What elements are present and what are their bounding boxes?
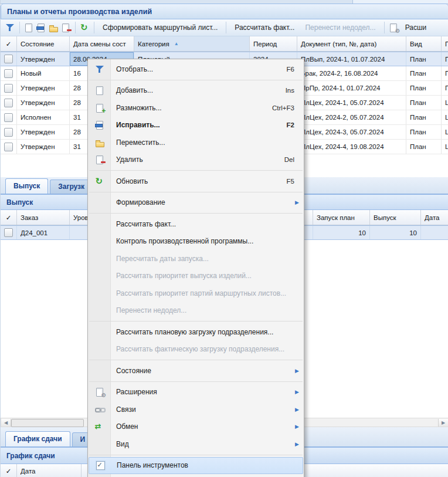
menu-item[interactable]: Добавить... Ins ▶ bbox=[88, 82, 304, 100]
calc-fact-button[interactable]: Рассчитать факт... bbox=[229, 23, 300, 32]
menu-item[interactable]: Формирование ▶ bbox=[88, 194, 304, 212]
row-check-cell[interactable] bbox=[1, 52, 17, 66]
cell-document[interactable]: ПлВып, 2024-1, 01.07.2024 bbox=[297, 52, 406, 66]
add-icon[interactable] bbox=[24, 23, 34, 32]
menu-item[interactable]: Рассчитать приоритет партий маршрутных л… bbox=[88, 285, 304, 302]
menu-item[interactable]: Расширения ▶ bbox=[88, 384, 304, 401]
extensions-icon[interactable] bbox=[389, 23, 399, 32]
menu-item[interactable]: Контроль производственной программы... ▶ bbox=[88, 233, 304, 251]
row-check-cell[interactable] bbox=[1, 140, 17, 154]
menu-item[interactable]: Перенести недодел... ▶ bbox=[88, 302, 304, 320]
move-backlog-button[interactable]: Перенести недодел... bbox=[300, 23, 381, 32]
menu-item[interactable]: Вид ▶ bbox=[88, 435, 304, 453]
cell-state[interactable]: Утвержден bbox=[17, 140, 70, 154]
header-date[interactable]: Дата bbox=[17, 464, 82, 477]
menu-item[interactable]: ▶ bbox=[88, 358, 304, 362]
menu-item[interactable]: Удалить Del ▶ bbox=[88, 151, 304, 169]
menu-item[interactable]: Обмен ▶ bbox=[88, 418, 304, 436]
cell-document[interactable]: Брак, 2024-2, 16.08.2024 bbox=[297, 66, 406, 80]
menu-item[interactable]: ▶ bbox=[88, 211, 304, 215]
row-check-cell[interactable] bbox=[1, 110, 17, 124]
header-state[interactable]: Состояние bbox=[17, 36, 70, 51]
header-category[interactable]: Категория ▲ bbox=[134, 36, 250, 51]
scrollbar-thumb[interactable] bbox=[11, 419, 84, 427]
cell-kind[interactable]: План bbox=[406, 96, 442, 110]
cell-document[interactable]: ПрПр, 2024-1, 01.07.2024 bbox=[297, 81, 406, 95]
extensions-button[interactable]: Расши bbox=[400, 23, 432, 32]
cell-kind[interactable]: План bbox=[406, 52, 442, 66]
refresh-icon[interactable] bbox=[80, 23, 90, 32]
tab-vypusk[interactable]: Выпуск bbox=[5, 178, 48, 194]
menu-item[interactable]: Рассчитать факт... ▶ bbox=[88, 215, 304, 233]
row-check-cell[interactable] bbox=[1, 226, 17, 239]
menu-item[interactable]: Рассчитать плановую загрузку подразделен… bbox=[88, 323, 304, 341]
scroll-right-icon[interactable]: ▶ bbox=[438, 419, 448, 427]
cell-state[interactable]: Утвержден bbox=[17, 125, 70, 139]
header-check-column[interactable]: ✓ bbox=[1, 464, 17, 477]
menu-item[interactable]: Отобрать... F6 ▶ bbox=[88, 60, 304, 78]
menu-item[interactable]: Обновить F5 ▶ bbox=[88, 172, 304, 190]
cell-document[interactable]: ПлЦех, 2024-2, 05.07.2024 bbox=[297, 110, 406, 124]
row-checkbox[interactable] bbox=[4, 113, 13, 122]
menu-item[interactable]: Пересчитать даты запуска... ▶ bbox=[88, 250, 304, 268]
menu-item[interactable]: Состояние ▶ bbox=[88, 362, 304, 380]
row-checkbox[interactable] bbox=[4, 128, 13, 137]
row-check-cell[interactable] bbox=[1, 81, 17, 95]
cell-release[interactable]: 10 bbox=[370, 226, 421, 239]
cell-state[interactable]: Исполнен bbox=[17, 110, 70, 124]
cell-kind[interactable]: План bbox=[406, 140, 442, 154]
cell-kind[interactable]: План bbox=[406, 110, 442, 124]
menu-item[interactable]: Рассчитать приоритет выпуска изделий... … bbox=[88, 268, 304, 285]
header-order[interactable]: Заказ bbox=[17, 210, 70, 225]
header-kind[interactable]: Вид bbox=[406, 36, 442, 51]
menu-item[interactable]: ▶ bbox=[88, 319, 304, 323]
row-check-cell[interactable] bbox=[1, 96, 17, 110]
cell-launch-plan[interactable]: 10 bbox=[313, 226, 370, 239]
cell-kind[interactable]: План bbox=[406, 125, 442, 139]
menu-item[interactable]: ▶ bbox=[88, 453, 304, 457]
cell-extra[interactable]: Це bbox=[442, 140, 448, 154]
menu-item[interactable]: Размножить... Ctrl+F3 ▶ bbox=[88, 99, 304, 117]
cell-extra[interactable]: Це bbox=[442, 110, 448, 124]
menu-item[interactable]: Связи ▶ bbox=[88, 401, 304, 418]
menu-item[interactable]: ▶ bbox=[88, 190, 304, 194]
cell-extra[interactable]: Пл bbox=[442, 81, 448, 95]
row-checkbox[interactable] bbox=[4, 143, 13, 151]
edit-icon[interactable] bbox=[36, 23, 46, 32]
row-checkbox[interactable] bbox=[4, 69, 13, 78]
header-document[interactable]: Документ (тип, №, дата) bbox=[297, 36, 406, 51]
header-release[interactable]: Выпуск bbox=[370, 210, 421, 225]
row-checkbox[interactable] bbox=[4, 84, 13, 93]
move-icon[interactable] bbox=[49, 23, 59, 32]
header-launch-plan[interactable]: Запуск план bbox=[313, 210, 370, 225]
row-checkbox[interactable] bbox=[4, 228, 13, 237]
cell-state[interactable]: Утвержден bbox=[17, 52, 70, 66]
tab-grafik-sdachi[interactable]: График сдачи bbox=[5, 431, 70, 446]
header-extra[interactable]: Пе bbox=[442, 36, 448, 51]
header-date[interactable]: Дата bbox=[421, 210, 448, 225]
cell-kind[interactable]: План bbox=[406, 81, 442, 95]
row-check-cell[interactable] bbox=[1, 125, 17, 139]
row-checkbox[interactable] bbox=[4, 55, 13, 63]
tab-zagruzka[interactable]: Загрузк bbox=[50, 180, 93, 194]
cell-extra[interactable]: Це bbox=[442, 96, 448, 110]
menu-item[interactable]: ▶ bbox=[88, 380, 304, 384]
cell-kind[interactable]: План bbox=[406, 66, 442, 80]
menu-item[interactable]: ▶ bbox=[88, 78, 304, 82]
row-check-cell[interactable] bbox=[1, 66, 17, 80]
cell-state[interactable]: Утвержден bbox=[17, 81, 70, 95]
menu-item[interactable]: Рассчитать фактическую загрузку подразде… bbox=[88, 341, 304, 358]
header-check-column[interactable]: ✓ bbox=[1, 36, 17, 51]
cell-state[interactable]: Новый bbox=[17, 66, 70, 80]
menu-item[interactable]: Переместить... ▶ bbox=[88, 134, 304, 151]
menu-item[interactable]: Панель инструментов ▶ bbox=[89, 457, 303, 475]
form-route-sheet-button[interactable]: Сформировать маршрутный лист... bbox=[97, 23, 223, 32]
cell-document[interactable]: ПлЦех, 2024-3, 05.07.2024 bbox=[297, 125, 406, 139]
header-period[interactable]: Период bbox=[250, 36, 297, 51]
filter-icon[interactable] bbox=[5, 23, 15, 32]
menu-item[interactable]: Исправить... F2 ▶ bbox=[88, 117, 304, 134]
cell-date[interactable] bbox=[421, 226, 448, 239]
cell-order[interactable]: Д24_001 bbox=[17, 226, 70, 239]
cell-state[interactable]: Утвержден bbox=[17, 96, 70, 110]
header-check-column[interactable]: ✓ bbox=[1, 210, 17, 225]
